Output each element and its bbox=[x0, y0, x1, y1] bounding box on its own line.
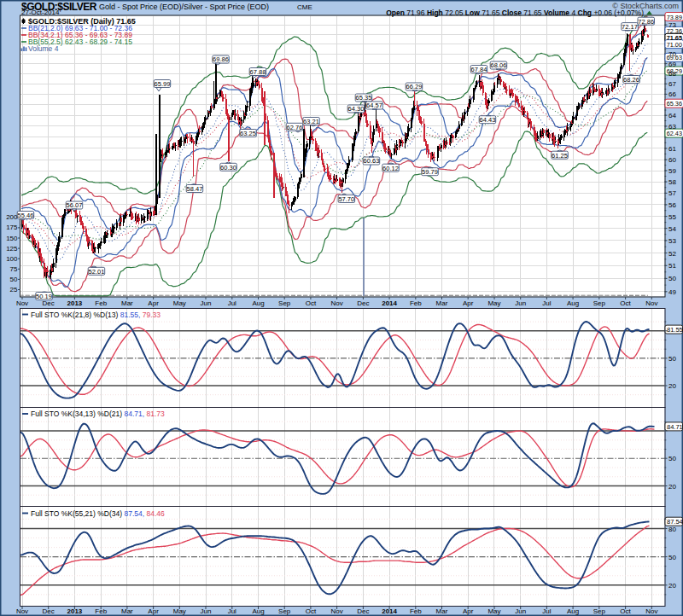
svg-text:59: 59 bbox=[668, 167, 676, 175]
svg-text:Nov: Nov bbox=[645, 299, 657, 307]
svg-text:80: 80 bbox=[668, 526, 676, 533]
svg-text:65.36: 65.36 bbox=[667, 100, 682, 108]
svg-text:Dec: Dec bbox=[357, 607, 369, 615]
svg-text:Mar: Mar bbox=[436, 607, 448, 615]
svg-text:Jun: Jun bbox=[201, 299, 212, 307]
svg-text:Oct: Oct bbox=[620, 607, 631, 615]
svg-text:64.43: 64.43 bbox=[480, 116, 496, 124]
svg-text:Apr: Apr bbox=[463, 607, 474, 615]
svg-text:Nov: Nov bbox=[16, 299, 28, 307]
svg-text:56.07: 56.07 bbox=[67, 201, 83, 209]
svg-text:Jul: Jul bbox=[542, 299, 551, 307]
svg-text:Aug: Aug bbox=[567, 607, 579, 615]
svg-text:Nov: Nov bbox=[645, 607, 657, 615]
svg-text:Jul: Jul bbox=[228, 299, 236, 307]
svg-text:May: May bbox=[173, 299, 186, 307]
svg-text:67: 67 bbox=[668, 80, 676, 88]
svg-text:60.12: 60.12 bbox=[382, 165, 399, 172]
svg-text:60.30: 60.30 bbox=[220, 164, 236, 171]
svg-text:55.46: 55.46 bbox=[18, 212, 34, 219]
svg-text:25: 25 bbox=[10, 286, 18, 293]
svg-text:Apr: Apr bbox=[148, 607, 159, 615]
svg-text:Apr: Apr bbox=[463, 299, 474, 307]
svg-text:Jun: Jun bbox=[515, 299, 526, 307]
svg-text:81.55: 81.55 bbox=[667, 326, 683, 334]
svg-text:2014: 2014 bbox=[382, 299, 397, 307]
svg-text:50: 50 bbox=[668, 554, 676, 561]
svg-text:62.76: 62.76 bbox=[287, 124, 303, 131]
svg-text:63.21: 63.21 bbox=[303, 118, 319, 125]
svg-text:2013: 2013 bbox=[67, 607, 83, 615]
svg-text:May: May bbox=[487, 299, 500, 307]
svg-text:69.86: 69.86 bbox=[213, 55, 229, 63]
svg-text:Volume 4: Volume 4 bbox=[28, 44, 59, 53]
svg-text:Aug: Aug bbox=[252, 607, 264, 615]
svg-text:200: 200 bbox=[6, 213, 18, 221]
svg-text:53: 53 bbox=[668, 237, 676, 245]
svg-text:56: 56 bbox=[668, 201, 676, 209]
svg-text:Dec: Dec bbox=[43, 607, 55, 615]
svg-text:50: 50 bbox=[668, 355, 676, 363]
svg-text:2014: 2014 bbox=[382, 607, 397, 615]
svg-text:64: 64 bbox=[668, 112, 676, 119]
svg-text:58.47: 58.47 bbox=[187, 185, 203, 193]
svg-text:Full STO %K(21,8) %D(13) 81.55: Full STO %K(21,8) %D(13) 81.55, 79.33 bbox=[31, 311, 161, 319]
svg-text:Apr: Apr bbox=[148, 299, 159, 307]
svg-text:49: 49 bbox=[668, 288, 676, 296]
svg-text:20: 20 bbox=[668, 582, 676, 590]
svg-text:Sep: Sep bbox=[593, 299, 606, 307]
svg-text:27-Oct-2014: 27-Oct-2014 bbox=[21, 9, 60, 16]
svg-text:57.70: 57.70 bbox=[338, 195, 354, 203]
svg-text:50: 50 bbox=[668, 455, 676, 462]
svg-text:CME: CME bbox=[297, 3, 312, 11]
svg-text:May: May bbox=[487, 607, 500, 615]
svg-text:60.63: 60.63 bbox=[364, 157, 380, 165]
svg-text:Jun: Jun bbox=[201, 607, 212, 615]
svg-text:125: 125 bbox=[6, 245, 18, 253]
svg-text:150: 150 bbox=[6, 235, 18, 242]
svg-text:68.26: 68.26 bbox=[623, 76, 639, 84]
svg-text:Mar: Mar bbox=[121, 299, 133, 307]
svg-text:58: 58 bbox=[668, 178, 676, 186]
svg-text:87.54: 87.54 bbox=[667, 518, 683, 526]
svg-text:Dec: Dec bbox=[357, 299, 369, 307]
svg-text:Nov: Nov bbox=[16, 607, 28, 615]
svg-text:Feb: Feb bbox=[410, 299, 422, 307]
svg-text:Oct: Oct bbox=[306, 299, 317, 307]
svg-text:62.43: 62.43 bbox=[667, 130, 682, 137]
svg-text:Mar: Mar bbox=[121, 607, 133, 615]
svg-text:69.63: 69.63 bbox=[667, 54, 682, 61]
svg-text:Nov: Nov bbox=[330, 299, 342, 307]
svg-text:67.88: 67.88 bbox=[250, 68, 266, 76]
svg-text:Nov: Nov bbox=[330, 607, 342, 615]
svg-text:68.29: 68.29 bbox=[667, 67, 682, 75]
svg-text:Feb: Feb bbox=[95, 299, 107, 307]
svg-text:72.17: 72.17 bbox=[622, 23, 638, 31]
svg-text:Jun: Jun bbox=[515, 607, 526, 615]
svg-text:Oct: Oct bbox=[306, 607, 317, 615]
svg-text:Sep: Sep bbox=[593, 607, 606, 615]
svg-text:66.29: 66.29 bbox=[406, 83, 423, 90]
svg-text:Feb: Feb bbox=[410, 607, 422, 615]
svg-text:64.57: 64.57 bbox=[366, 102, 382, 109]
svg-text:175: 175 bbox=[6, 224, 18, 231]
svg-text:20: 20 bbox=[668, 483, 676, 491]
svg-text:Jul: Jul bbox=[542, 607, 551, 615]
svg-text:84.71: 84.71 bbox=[667, 423, 683, 431]
svg-text:50.19: 50.19 bbox=[36, 293, 52, 300]
svg-text:Full STO %K(55,21) %D(34) 87.5: Full STO %K(55,21) %D(34) 87.54, 84.46 bbox=[31, 509, 165, 518]
svg-text:Oct: Oct bbox=[620, 299, 631, 307]
svg-text:65.99: 65.99 bbox=[155, 80, 171, 88]
svg-text:Gold - Spot Price (EOD)/Silver: Gold - Spot Price (EOD)/Silver - Spot Pr… bbox=[99, 3, 269, 11]
svg-text:65.35: 65.35 bbox=[356, 94, 372, 102]
svg-text:75: 75 bbox=[10, 265, 18, 273]
svg-text:Mar: Mar bbox=[436, 299, 448, 307]
svg-text:Open 71.96 High 72.05 Low 71.6: Open 71.96 High 72.05 Low 71.65 Close 71… bbox=[386, 9, 644, 17]
svg-text:20: 20 bbox=[668, 382, 676, 390]
svg-text:59.79: 59.79 bbox=[422, 168, 438, 176]
svg-text:Sep: Sep bbox=[278, 299, 291, 307]
svg-text:Aug: Aug bbox=[252, 299, 264, 307]
svg-text:61.25: 61.25 bbox=[552, 152, 568, 160]
svg-text:Sep: Sep bbox=[278, 607, 291, 615]
svg-text:63.25: 63.25 bbox=[240, 130, 256, 137]
